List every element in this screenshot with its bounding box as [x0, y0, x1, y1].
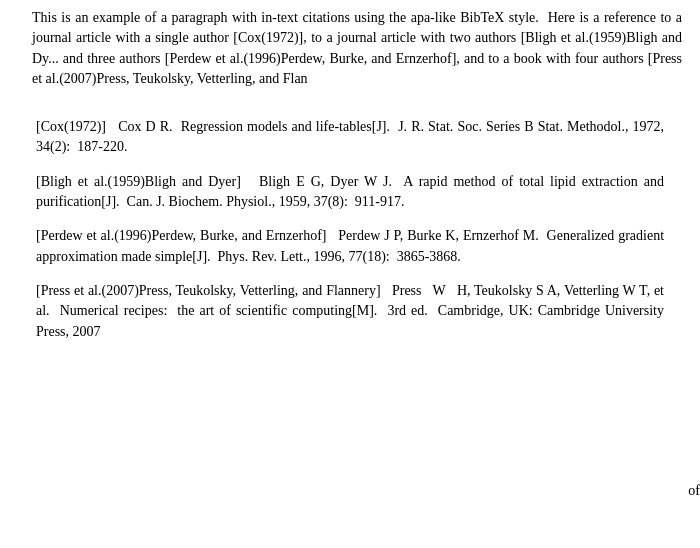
ref-label-perdew: [Perdew et al.(1996)Perdew, Burke, and E…	[36, 228, 326, 243]
ref-entry-bligh: [Bligh et al.(1959)Bligh and Dyer] Bligh…	[36, 172, 664, 213]
overflow-indicator: of	[688, 483, 700, 499]
ref-label-bligh: [Bligh et al.(1959)Bligh and Dyer]	[36, 174, 241, 189]
ref-label-cox: [Cox(1972)]	[36, 119, 106, 134]
ref-entry-press: [Press et al.(2007)Press, Teukolsky, Vet…	[36, 281, 664, 342]
references-section: [Cox(1972)] Cox D R. Regression models a…	[0, 89, 700, 342]
ref-entry-perdew: [Perdew et al.(1996)Perdew, Burke, and E…	[36, 226, 664, 267]
ref-entry-cox: [Cox(1972)] Cox D R. Regression models a…	[36, 117, 664, 158]
main-paragraph: This is an example of a paragraph with i…	[32, 8, 682, 89]
page-container: This is an example of a paragraph with i…	[0, 0, 700, 548]
paragraph-section: This is an example of a paragraph with i…	[0, 0, 700, 89]
ref-content-cox: Cox D R. Regression models and life-tabl…	[36, 119, 664, 154]
ref-label-press: [Press et al.(2007)Press, Teukolsky, Vet…	[36, 283, 381, 298]
overflow-text: of	[688, 483, 700, 498]
